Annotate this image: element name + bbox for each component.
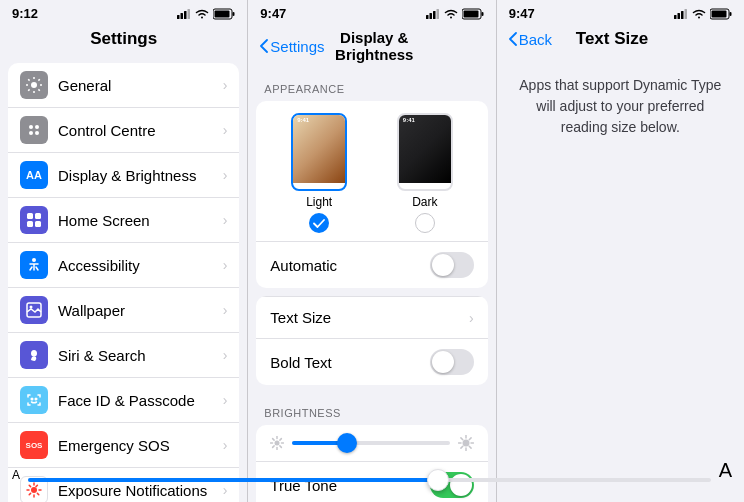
back-button-3[interactable]: Back <box>509 31 552 48</box>
svg-point-9 <box>35 125 39 129</box>
svg-point-8 <box>29 125 33 129</box>
siri-chevron: › <box>223 347 228 363</box>
status-bar-3: 9:47 <box>497 0 744 25</box>
svg-rect-57 <box>684 9 687 19</box>
svg-point-16 <box>32 258 36 262</box>
automatic-toggle[interactable] <box>430 252 474 278</box>
bold-text-toggle[interactable] <box>430 349 474 375</box>
light-thumb-body <box>293 115 345 183</box>
display-label: Display & Brightness <box>58 167 223 184</box>
display-brightness-panel: 9:47 Settings Display & Brightness APPEA… <box>248 0 496 502</box>
appearance-header: APPEARANCE <box>248 69 495 101</box>
signal-icon <box>177 9 191 19</box>
settings-row-accessibility[interactable]: Accessibility › <box>8 243 239 288</box>
settings-row-general[interactable]: General › <box>8 63 239 108</box>
text-size-content: Apps that support Dynamic Type will adju… <box>497 55 744 502</box>
bold-text-label: Bold Text <box>270 354 429 371</box>
font-size-track[interactable] <box>497 478 711 482</box>
battery-icon-2 <box>462 8 484 20</box>
settings-list: General › Control Centre › AA Display & … <box>0 55 247 502</box>
homescreen-chevron: › <box>223 212 228 228</box>
svg-rect-15 <box>35 221 41 227</box>
faceid-label: Face ID & Passcode <box>58 392 223 409</box>
svg-line-52 <box>469 438 471 440</box>
svg-line-43 <box>280 439 282 441</box>
status-icons-3 <box>674 8 732 20</box>
svg-rect-56 <box>681 11 684 19</box>
nav-bar-2: Settings Display & Brightness <box>248 25 495 69</box>
svg-point-20 <box>35 398 37 400</box>
settings-row-control[interactable]: Control Centre › <box>8 108 239 153</box>
signal-icon-2 <box>426 9 440 19</box>
svg-rect-3 <box>188 9 191 19</box>
control-label: Control Centre <box>58 122 223 139</box>
svg-rect-34 <box>481 12 483 16</box>
light-thumb: 9:41 <box>291 113 347 191</box>
brightness-row <box>256 425 487 461</box>
wifi-icon-3 <box>692 9 706 19</box>
back-button-2[interactable]: Settings <box>260 38 324 55</box>
wallpaper-icon <box>20 296 48 324</box>
control-chevron: › <box>223 122 228 138</box>
brightness-track[interactable] <box>292 441 449 445</box>
light-label: Light <box>306 195 332 209</box>
settings-row-homescreen[interactable]: Home Screen › <box>8 198 239 243</box>
font-slider-area: A A <box>497 459 744 502</box>
svg-rect-1 <box>181 13 184 19</box>
text-size-row[interactable]: Text Size › <box>256 296 487 338</box>
dark-thumb-body <box>399 115 451 183</box>
faceid-chevron: › <box>223 392 228 408</box>
brightness-header: BRIGHTNESS <box>248 393 495 425</box>
settings-row-siri[interactable]: Siri & Search › <box>8 333 239 378</box>
general-chevron: › <box>223 77 228 93</box>
svg-rect-0 <box>177 15 180 19</box>
svg-rect-35 <box>463 10 478 17</box>
settings-row-display[interactable]: AA Display & Brightness › <box>8 153 239 198</box>
display-content: APPEARANCE 9:41 Light 9:41 <box>248 69 495 502</box>
light-check <box>309 213 329 233</box>
control-icon <box>20 116 48 144</box>
siri-label: Siri & Search <box>58 347 223 364</box>
text-size-panel: 9:47 Back Text Size Apps that support Dy… <box>497 0 744 502</box>
automatic-row: Automatic <box>256 241 487 288</box>
svg-rect-13 <box>35 213 41 219</box>
dark-mode-option[interactable]: 9:41 Dark <box>397 113 453 233</box>
page-title-2: Display & Brightness <box>325 29 424 63</box>
svg-rect-59 <box>729 12 731 16</box>
sos-icon: SOS <box>20 431 48 459</box>
faceid-icon <box>20 386 48 414</box>
svg-point-11 <box>35 131 39 135</box>
text-size-chevron: › <box>469 310 474 326</box>
battery-icon-3 <box>710 8 732 20</box>
status-bar-1: 9:12 <box>0 0 247 25</box>
general-icon <box>20 71 48 99</box>
nav-bar-1: Settings <box>0 25 247 55</box>
wallpaper-chevron: › <box>223 302 228 318</box>
homescreen-label: Home Screen <box>58 212 223 229</box>
settings-row-wallpaper[interactable]: Wallpaper › <box>8 288 239 333</box>
svg-rect-31 <box>433 11 436 19</box>
general-label: General <box>58 77 223 94</box>
sos-chevron: › <box>223 437 228 453</box>
svg-rect-54 <box>674 15 677 19</box>
svg-line-44 <box>273 446 275 448</box>
svg-rect-30 <box>429 13 432 19</box>
text-size-info: Apps that support Dynamic Type will adju… <box>497 55 744 154</box>
bold-text-row: Bold Text <box>256 338 487 385</box>
text-options-section: Text Size › Bold Text <box>256 296 487 385</box>
svg-rect-6 <box>215 10 230 17</box>
svg-rect-55 <box>677 13 680 19</box>
back-label-3: Back <box>519 31 552 48</box>
automatic-label: Automatic <box>270 257 429 274</box>
font-large-a: A <box>719 459 732 482</box>
light-mode-option[interactable]: 9:41 Light <box>291 113 347 233</box>
wifi-icon <box>195 9 209 19</box>
status-bar-2: 9:47 <box>248 0 495 25</box>
svg-rect-2 <box>184 11 187 19</box>
settings-row-faceid[interactable]: Face ID & Passcode › <box>8 378 239 423</box>
svg-rect-29 <box>426 15 429 19</box>
siri-icon <box>20 341 48 369</box>
accessibility-icon <box>20 251 48 279</box>
page-title-1: Settings <box>86 29 160 49</box>
svg-point-36 <box>275 441 280 446</box>
